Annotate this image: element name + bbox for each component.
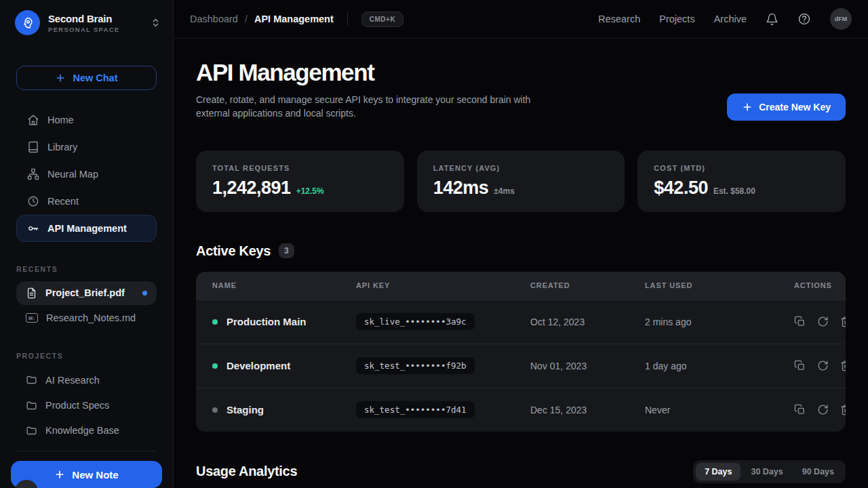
trash-icon xyxy=(840,404,846,415)
project-item-product-specs[interactable]: Product Specs xyxy=(16,393,157,417)
rotate-key-button[interactable] xyxy=(817,404,829,415)
copy-key-button[interactable] xyxy=(794,404,806,415)
sidebar-item-label: Recent xyxy=(47,196,79,207)
delete-key-button[interactable] xyxy=(840,360,846,371)
copy-icon xyxy=(794,360,806,371)
copy-key-button[interactable] xyxy=(794,360,806,371)
column-header-last-used: LAST USED xyxy=(645,281,794,289)
active-keys-header: Active Keys 3 xyxy=(196,243,846,259)
breadcrumb-dashboard[interactable]: Dashboard xyxy=(190,14,238,24)
project-item-label: Product Specs xyxy=(45,400,109,411)
new-chat-label: New Chat xyxy=(73,73,117,83)
project-item-ai-research[interactable]: AI Research xyxy=(16,368,157,392)
range-90-days[interactable]: 90 Days xyxy=(793,463,843,481)
chevrons-up-down-icon[interactable] xyxy=(151,18,161,28)
delete-key-button[interactable] xyxy=(840,404,846,415)
help-circle-icon xyxy=(797,12,811,26)
help-button[interactable] xyxy=(797,12,811,26)
projects-section-label: PROJECTS xyxy=(16,352,157,360)
table-row: Staging sk_test_••••••••7d41 Dec 15, 202… xyxy=(196,388,846,432)
command-palette-shortcut[interactable]: CMD+K xyxy=(361,12,403,27)
notifications-button[interactable] xyxy=(766,13,778,26)
stat-delta: ±4ms xyxy=(494,186,515,196)
sidebar-item-recent[interactable]: Recent xyxy=(16,188,157,215)
page-header-text: API Management Create, rotate, and manag… xyxy=(196,59,545,121)
status-dot xyxy=(212,319,218,325)
clock-icon xyxy=(27,195,39,207)
range-30-days[interactable]: 30 Days xyxy=(742,463,791,481)
status-dot xyxy=(212,407,218,413)
main-panel: Dashboard / API Management CMD+K Researc… xyxy=(174,0,868,488)
key-name-cell: Development xyxy=(212,360,356,371)
key-name: Development xyxy=(226,360,290,371)
api-key-value[interactable]: sk_test_••••••••7d41 xyxy=(356,401,475,418)
stat-value: 1,242,891 xyxy=(212,178,291,199)
key-name: Production Main xyxy=(226,316,307,327)
home-icon xyxy=(27,114,39,126)
stat-delta: +12.5% xyxy=(296,186,324,196)
row-actions xyxy=(794,360,846,371)
rotate-icon xyxy=(817,316,829,327)
sidebar-nav: Home Library Neural Map Recent API Manag… xyxy=(16,106,157,242)
api-key-value[interactable]: sk_test_••••••••f92b xyxy=(356,357,475,374)
recent-file-research-notes[interactable]: M↓ Research_Notes.md xyxy=(16,306,157,330)
table-header-row: NAME API KEY CREATED LAST USED ACTIONS xyxy=(196,272,846,300)
recents-section-label: RECENTS xyxy=(16,265,157,273)
key-name-cell: Staging xyxy=(212,404,356,415)
sidebar-item-label: API Management xyxy=(47,223,127,234)
user-avatar[interactable]: dFM xyxy=(830,8,852,30)
app-window: Second Brain PERSONAL SPACE New Chat Hom… xyxy=(0,0,868,488)
folder-icon xyxy=(26,400,37,411)
trash-icon xyxy=(840,360,846,371)
network-icon xyxy=(27,168,39,180)
rotate-key-button[interactable] xyxy=(817,316,829,327)
workspace-switcher[interactable]: Second Brain PERSONAL SPACE xyxy=(0,0,173,45)
recent-file-label: Project_Brief.pdf xyxy=(45,287,125,298)
rotate-key-button[interactable] xyxy=(817,360,829,371)
copy-icon xyxy=(794,316,806,327)
topnav-link-projects[interactable]: Projects xyxy=(659,14,694,24)
sidebar-item-neural-map[interactable]: Neural Map xyxy=(16,161,157,188)
markdown-icon: M↓ xyxy=(26,313,38,323)
topbar: Dashboard / API Management CMD+K Researc… xyxy=(174,0,868,39)
sidebar-item-library[interactable]: Library xyxy=(16,134,157,161)
create-new-key-button[interactable]: Create New Key xyxy=(727,94,846,121)
project-item-knowledge-base[interactable]: Knowledge Base xyxy=(16,419,157,443)
table-row: Production Main sk_live_••••••••3a9c Oct… xyxy=(196,300,846,344)
sidebar-item-api-management[interactable]: API Management xyxy=(16,215,157,242)
copy-key-button[interactable] xyxy=(794,316,806,327)
api-key-value[interactable]: sk_live_••••••••3a9c xyxy=(356,313,475,330)
brand-logo-icon xyxy=(15,10,40,35)
stat-card-latency: LATENCY (AVG) 142ms ±4ms xyxy=(417,150,625,212)
rotate-icon xyxy=(817,360,829,371)
breadcrumb-current: API Management xyxy=(254,14,334,24)
breadcrumb: Dashboard / API Management CMD+K xyxy=(190,12,403,27)
sidebar-item-home[interactable]: Home xyxy=(16,106,157,134)
recent-file-label: Research_Notes.md xyxy=(46,312,136,323)
recent-file-project-brief[interactable]: Project_Brief.pdf xyxy=(16,281,157,305)
topnav-link-research[interactable]: Research xyxy=(598,14,640,24)
column-header-actions: ACTIONS xyxy=(794,281,832,289)
stat-value: $42.50 xyxy=(654,178,708,199)
sidebar-item-label: Library xyxy=(47,142,77,152)
page-header: API Management Create, rotate, and manag… xyxy=(196,59,846,121)
topnav-link-archive[interactable]: Archive xyxy=(714,14,747,24)
delete-key-button[interactable] xyxy=(840,316,846,327)
new-chat-button[interactable]: New Chat xyxy=(16,66,157,90)
last-used: Never xyxy=(645,405,794,415)
created-date: Oct 12, 2023 xyxy=(530,317,645,327)
row-actions xyxy=(794,316,846,327)
table-row: Development sk_test_••••••••f92b Nov 01,… xyxy=(196,344,846,388)
created-date: Dec 15, 2023 xyxy=(530,405,645,415)
trash-icon xyxy=(840,316,846,327)
range-segmented-control: 7 Days 30 Days 90 Days xyxy=(693,460,846,483)
create-new-key-label: Create New Key xyxy=(759,102,831,113)
row-actions xyxy=(794,404,846,415)
range-7-days[interactable]: 7 Days xyxy=(696,463,741,481)
copy-icon xyxy=(794,404,806,415)
workspace-subtitle: PERSONAL SPACE xyxy=(48,26,142,33)
bell-icon xyxy=(766,13,778,26)
topbar-divider xyxy=(347,12,348,26)
column-header-name: NAME xyxy=(212,281,356,289)
project-item-label: Knowledge Base xyxy=(45,425,119,436)
